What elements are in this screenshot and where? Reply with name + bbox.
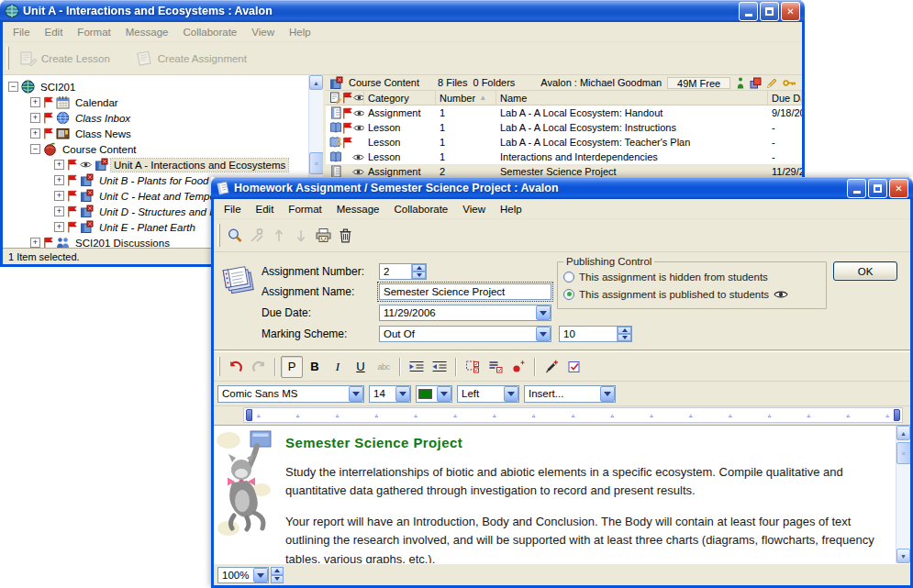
chevron-down-icon[interactable] — [349, 386, 363, 402]
scroll-up-icon[interactable]: ▲ — [896, 426, 910, 440]
spellcheck-button[interactable] — [563, 356, 585, 378]
menu-help[interactable]: Help — [493, 201, 529, 217]
chevron-down-icon[interactable] — [600, 386, 615, 402]
menu-file[interactable]: File — [217, 201, 249, 217]
ok-button[interactable]: OK — [833, 261, 897, 281]
tree-item[interactable]: + Class Inbox — [3, 110, 323, 126]
undo-button[interactable] — [225, 356, 247, 378]
editor-scrollbar[interactable]: ▲ ≡ ▼ — [896, 426, 910, 563]
arrow-down-button[interactable] — [290, 225, 312, 247]
chevron-down-icon[interactable] — [395, 386, 410, 402]
tree-item[interactable]: − SCI201 — [3, 79, 323, 94]
toolbar-gripper[interactable] — [217, 224, 220, 247]
marking-scheme-dropdown[interactable]: Out Of — [379, 326, 551, 342]
tree-item[interactable]: + Unit A - Interactions and Ecosystems — [3, 157, 323, 172]
column-due-date[interactable]: Due Date — [768, 91, 802, 105]
tree-expander-icon[interactable]: + — [30, 113, 40, 123]
menu-format[interactable]: Format — [281, 201, 328, 217]
editor-content[interactable]: Semester Science Project Study the inter… — [214, 425, 910, 563]
zoom-dropdown[interactable]: 100% — [217, 567, 269, 583]
font-size-dropdown[interactable]: 14 — [369, 385, 411, 403]
menu-collaborate[interactable]: Collaborate — [386, 201, 455, 217]
strike-button[interactable]: abc — [373, 356, 395, 378]
insert-dropdown[interactable]: Insert... — [524, 385, 616, 403]
scroll-up-icon[interactable]: ▲ — [309, 75, 323, 90]
marking-points-stepper[interactable]: 10 — [559, 326, 632, 342]
right-indent-marker[interactable] — [894, 409, 900, 421]
align-dropdown[interactable]: Left — [457, 385, 519, 403]
tree-expander-icon[interactable]: + — [30, 97, 40, 107]
tools-button[interactable] — [246, 225, 268, 247]
redo-button[interactable] — [248, 356, 270, 378]
close-button[interactable]: ✕ — [781, 2, 800, 21]
main-window-titlebar[interactable]: Unit A - Interactions and Ecosystems : A… — [0, 0, 805, 22]
stepper-arrows-icon[interactable] — [411, 264, 426, 279]
list-row[interactable]: Lesson1 Interactions and Interdependenci… — [326, 150, 802, 164]
assignment-window-titlebar[interactable]: Homework Assignment / Semester Science P… — [211, 177, 913, 199]
pencil-icon[interactable] — [766, 77, 778, 89]
tree-expander-icon[interactable]: − — [30, 144, 40, 154]
scroll-down-icon[interactable]: ▼ — [896, 549, 910, 563]
trash-button[interactable] — [334, 225, 356, 247]
menu-collaborate[interactable]: Collaborate — [175, 24, 244, 40]
chevron-down-icon[interactable] — [536, 305, 551, 320]
list-row[interactable]: Lesson1 Lab A - A Local Ecosystem: Instr… — [326, 120, 802, 135]
arrow-up-button[interactable] — [268, 225, 290, 247]
tree-expander-icon[interactable]: + — [54, 191, 64, 201]
menu-help[interactable]: Help — [282, 24, 318, 40]
outdent-button[interactable] — [429, 356, 451, 378]
minimize-button[interactable] — [739, 2, 758, 21]
column-category[interactable]: Category — [364, 91, 436, 105]
toolbar-gripper[interactable] — [6, 47, 9, 70]
tree-item[interactable]: + Class News — [3, 126, 323, 141]
menu-view[interactable]: View — [455, 201, 493, 217]
tree-expander-icon[interactable]: + — [54, 206, 64, 216]
column-number[interactable]: Number▲ — [436, 91, 496, 105]
key-icon[interactable] — [783, 78, 796, 88]
tree-item[interactable]: − Course Content — [3, 141, 323, 157]
due-date-dropdown[interactable]: 11/29/2006 — [379, 305, 551, 321]
icon-columns-header[interactable] — [326, 91, 364, 105]
magnifier-button[interactable] — [224, 225, 246, 247]
close-button[interactable]: ✕ — [889, 179, 908, 198]
font-family-dropdown[interactable]: Comic Sans MS — [217, 385, 364, 403]
zoom-stepper[interactable] — [271, 567, 284, 583]
chevron-down-icon[interactable] — [253, 568, 268, 582]
select-lines-button[interactable] — [484, 356, 507, 378]
chevron-down-icon[interactable] — [536, 327, 551, 341]
menu-file[interactable]: File — [6, 24, 38, 40]
stepper-arrows-icon[interactable] — [617, 327, 631, 341]
underline-button[interactable]: U — [350, 356, 372, 378]
person-icon[interactable] — [736, 77, 745, 89]
ruler[interactable]: ▵▵▵▵▵▵▵▵▵▵▵▵▵▵▵▵▵ — [243, 407, 903, 423]
left-indent-marker[interactable] — [246, 409, 252, 421]
menu-message[interactable]: Message — [118, 24, 176, 40]
list-row[interactable]: Assignment1 Lab A - A Local Ecosystem: H… — [326, 105, 802, 120]
indent-button[interactable] — [406, 356, 428, 378]
tree-expander-icon[interactable]: + — [30, 128, 40, 139]
tree-expander-icon[interactable]: − — [8, 82, 18, 92]
tree-item[interactable]: + Calendar — [3, 94, 323, 110]
menu-format[interactable]: Format — [70, 24, 117, 40]
scroll-thumb[interactable]: ≡ — [896, 442, 910, 464]
radio-selected-icon[interactable] — [563, 289, 574, 300]
column-name[interactable]: Name — [496, 91, 768, 105]
italic-button[interactable]: I — [327, 356, 349, 378]
bold-button[interactable]: B — [304, 356, 326, 378]
superscript-button[interactable] — [507, 356, 529, 378]
font-color-dropdown[interactable] — [416, 385, 452, 403]
assignment-name-input[interactable]: Semester Science Project — [379, 283, 551, 300]
tree-expander-icon[interactable]: + — [54, 175, 64, 185]
editor-text[interactable]: Semester Science Project Study the inter… — [280, 426, 910, 563]
chevron-down-icon[interactable] — [437, 386, 451, 402]
printer-button[interactable] — [312, 225, 334, 247]
published-option[interactable]: This assignment is published to students — [563, 285, 820, 303]
layers-icon[interactable] — [750, 77, 762, 89]
list-row[interactable]: Lesson1 Lab A - A Local Ecosystem: Teach… — [326, 135, 802, 150]
chevron-down-icon[interactable] — [504, 386, 518, 402]
plain-button[interactable]: P — [281, 356, 303, 378]
toolbar-gripper[interactable] — [217, 357, 220, 377]
menu-view[interactable]: View — [244, 24, 282, 40]
menu-edit[interactable]: Edit — [249, 201, 282, 217]
menu-edit[interactable]: Edit — [38, 24, 71, 40]
